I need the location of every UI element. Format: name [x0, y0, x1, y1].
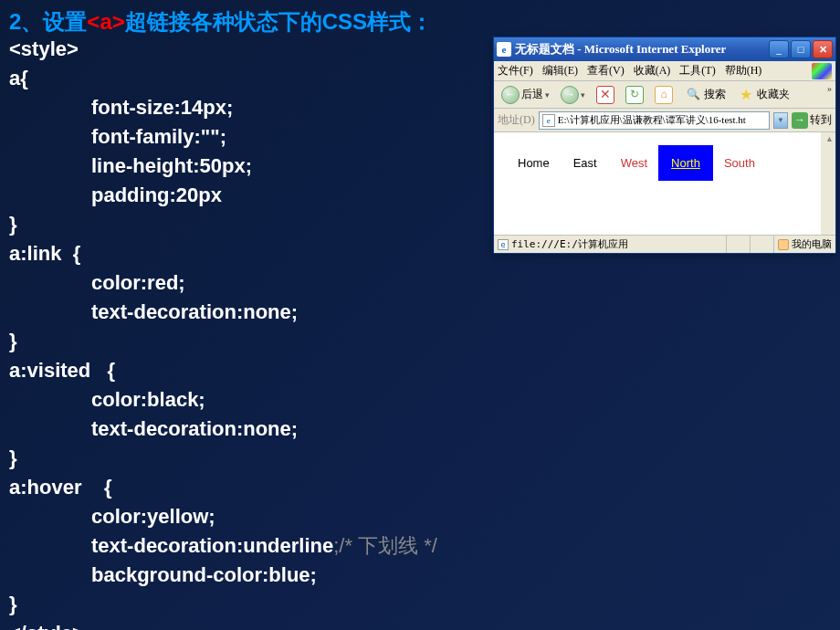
code-line: text-decoration:underline;/* 下划线 */ — [9, 531, 437, 561]
heading-suffix: 超链接各种状态下的CSS样式： — [125, 9, 433, 34]
stop-icon: ✕ — [596, 86, 614, 104]
nav-links: Home East West North South — [494, 132, 821, 170]
home-icon: ⌂ — [655, 86, 673, 104]
favorites-label: 收藏夹 — [757, 87, 790, 102]
address-input[interactable]: e E:\计算机应用\温谦教程\谭军讲义\16-test.ht — [539, 111, 770, 130]
menubar: 文件(F) 编辑(E) 查看(V) 收藏(A) 工具(T) 帮助(H) — [494, 61, 835, 81]
code-line: font-family:""; — [9, 122, 437, 152]
close-button[interactable]: ✕ — [813, 40, 833, 58]
windows-logo-icon — [812, 63, 832, 79]
ie-page-icon: e — [497, 42, 511, 57]
dropdown-icon: ▾ — [545, 90, 550, 100]
computer-icon — [778, 239, 789, 250]
menu-file[interactable]: 文件(F) — [498, 63, 533, 79]
code-line: a:link { — [9, 239, 437, 268]
nav-south[interactable]: South — [724, 156, 755, 170]
ie-page-icon: e — [498, 239, 509, 250]
status-zone: 我的电脑 — [774, 236, 835, 253]
search-icon: 🔍 — [684, 86, 702, 104]
page-content: Home East West North South — [494, 132, 835, 235]
code-line: a:hover { — [9, 473, 437, 502]
ie-page-icon: e — [542, 114, 555, 127]
refresh-button[interactable]: ↻ — [622, 84, 647, 106]
status-cell — [751, 236, 774, 253]
code-line: color:yellow; — [9, 502, 437, 531]
heading-tag: <a> — [87, 9, 124, 34]
nav-east[interactable]: East — [573, 156, 597, 170]
code-line: padding:20px — [9, 181, 437, 210]
address-label: 地址(D) — [498, 112, 535, 128]
menu-tools[interactable]: 工具(T) — [679, 63, 715, 79]
code-line: a:visited { — [9, 356, 437, 385]
back-button[interactable]: ← 后退 ▾ — [498, 84, 553, 106]
code-line: line-height:50px; — [9, 152, 437, 181]
stop-button[interactable]: ✕ — [593, 84, 618, 106]
toolbar-overflow-icon[interactable]: » — [827, 83, 832, 93]
nav-home[interactable]: Home — [518, 156, 550, 170]
search-button[interactable]: 🔍 搜索 — [680, 84, 730, 106]
refresh-icon: ↻ — [625, 86, 644, 104]
code-line: color:red; — [9, 268, 437, 298]
search-label: 搜索 — [704, 87, 726, 102]
status-path: e file:///E:/计算机应用 — [494, 236, 727, 253]
back-icon: ← — [501, 86, 520, 104]
code-line: font-size:14px; — [9, 93, 437, 122]
menu-edit[interactable]: 编辑(E) — [542, 63, 578, 79]
address-value: E:\计算机应用\温谦教程\谭军讲义\16-test.ht — [558, 113, 746, 127]
code-block: <style> a{ font-size:14px; font-family:"… — [9, 35, 437, 630]
minimize-button[interactable]: _ — [769, 40, 789, 58]
slide-heading: 2、设置<a>超链接各种状态下的CSS样式： — [9, 7, 433, 37]
home-button[interactable]: ⌂ — [651, 84, 677, 106]
code-line: color:black; — [9, 385, 437, 415]
code-line: } — [9, 444, 437, 473]
go-label: 转到 — [810, 112, 832, 128]
code-line: <style> — [9, 35, 437, 64]
code-line: } — [9, 327, 437, 356]
favorites-button[interactable]: ★ 收藏夹 — [733, 84, 793, 106]
star-icon: ★ — [737, 86, 755, 104]
nav-north[interactable]: North — [658, 145, 713, 181]
code-line: </style> — [9, 619, 437, 630]
browser-window: e 无标题文档 - Microsoft Internet Explorer _ … — [493, 37, 836, 254]
code-comment: ;/* 下划线 */ — [333, 534, 437, 557]
addressbar: 地址(D) e E:\计算机应用\温谦教程\谭军讲义\16-test.ht ▼ … — [494, 109, 835, 132]
nav-west[interactable]: West — [621, 156, 647, 170]
back-label: 后退 — [521, 87, 543, 102]
forward-icon: → — [561, 86, 579, 104]
window-title: 无标题文档 - Microsoft Internet Explorer — [515, 41, 769, 58]
menu-view[interactable]: 查看(V) — [587, 63, 625, 79]
menu-favorites[interactable]: 收藏(A) — [634, 63, 671, 79]
code-line: a{ — [9, 64, 437, 93]
dropdown-icon: ▾ — [581, 90, 585, 100]
go-button[interactable]: → 转到 — [792, 112, 832, 129]
maximize-button[interactable]: □ — [791, 40, 811, 58]
go-icon: → — [792, 112, 808, 129]
heading-prefix: 2、设置 — [9, 9, 87, 34]
code-line: } — [9, 210, 437, 239]
menu-help[interactable]: 帮助(H) — [725, 63, 762, 79]
forward-button[interactable]: → ▾ — [557, 84, 589, 106]
titlebar: e 无标题文档 - Microsoft Internet Explorer _ … — [494, 37, 835, 61]
code-line: background-color:blue; — [9, 561, 437, 590]
toolbar: ← 后退 ▾ → ▾ ✕ ↻ ⌂ 🔍 搜索 ★ 收藏夹 » — [494, 81, 835, 109]
status-cell — [727, 236, 751, 253]
address-dropdown-button[interactable]: ▼ — [773, 112, 788, 129]
statusbar: e file:///E:/计算机应用 我的电脑 — [494, 235, 835, 253]
code-line: } — [9, 590, 437, 619]
code-line: text-decoration:none; — [9, 415, 437, 444]
code-line: text-decoration:none; — [9, 298, 437, 327]
